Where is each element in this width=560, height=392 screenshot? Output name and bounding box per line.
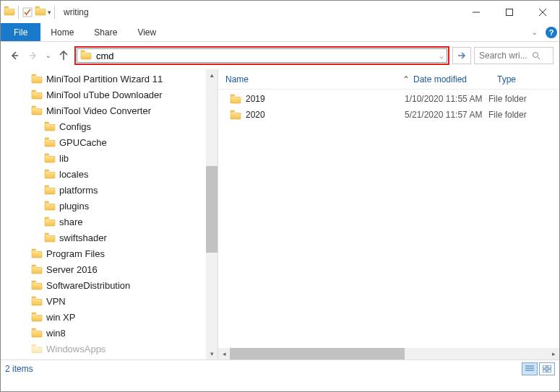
tab-view[interactable]: View <box>127 23 166 41</box>
content-hscrollbar[interactable]: ◂ ▸ <box>218 348 559 360</box>
tree-item[interactable]: Configs <box>8 118 217 134</box>
folder-icon <box>44 232 56 243</box>
tree-item[interactable]: win8 <box>8 325 217 341</box>
tree-item-label: MiniTool Partition Wizard 11 <box>46 74 163 84</box>
folder-icon <box>44 217 56 227</box>
tree-item-label: win XP <box>46 312 75 323</box>
column-date[interactable]: Date modified <box>413 74 497 84</box>
qat-properties-icon[interactable] <box>22 6 33 18</box>
folder-icon <box>230 94 241 104</box>
hscroll-left-icon[interactable]: ◂ <box>218 348 230 360</box>
search-box[interactable]: Search wri... <box>474 47 553 64</box>
tree-item[interactable]: Server 2016 <box>8 261 217 277</box>
column-name[interactable]: Name <box>225 74 399 84</box>
titlebar: ▾ writing <box>1 1 559 23</box>
navbar: ⌄ cmd ⌵ Search wri... <box>1 42 559 69</box>
tree-scroll-down-icon[interactable]: ▾ <box>206 348 217 360</box>
hscroll-right-icon[interactable]: ▸ <box>548 348 559 360</box>
file-name: 2019 <box>246 94 265 104</box>
ribbon: File Home Share View ⌄ ? <box>1 23 559 42</box>
tree-item[interactable]: GPUCache <box>8 134 217 150</box>
address-dropdown-icon[interactable]: ⌵ <box>439 52 444 60</box>
tree-item[interactable]: WindowsApps <box>8 341 217 357</box>
ribbon-expand-icon[interactable]: ⌄ <box>526 23 543 41</box>
minimize-button[interactable] <box>460 1 493 23</box>
tree-item-label: Program Files <box>46 248 105 259</box>
folder-icon <box>31 105 43 116</box>
tree-item[interactable]: locales <box>8 166 217 182</box>
help-button[interactable]: ? <box>543 23 559 41</box>
arrow-right-icon <box>457 51 467 61</box>
file-menu[interactable]: File <box>1 23 40 41</box>
tree-item-label: VPN <box>46 296 66 307</box>
file-name: 2020 <box>246 110 265 120</box>
tree-item-label: share <box>59 217 83 227</box>
sort-indicator-icon: ⌃ <box>399 74 413 84</box>
tree-item[interactable]: MiniTool Partition Wizard 11 <box>8 71 217 87</box>
large-icons-icon <box>543 365 551 373</box>
tree-item[interactable]: MiniTool uTube Downloader <box>8 87 217 103</box>
folder-icon <box>31 296 43 306</box>
tree-item[interactable]: platforms <box>8 182 217 198</box>
content-pane: Name ⌃ Date modified Type 20191/10/2020 … <box>218 69 559 360</box>
tab-home[interactable]: Home <box>40 23 84 41</box>
tree-item[interactable]: win XP <box>8 309 217 325</box>
tree-item-label: WindowsApps <box>46 344 105 354</box>
search-icon <box>532 51 540 60</box>
up-button[interactable] <box>56 48 72 64</box>
hscroll-thumb[interactable] <box>230 348 405 360</box>
folder-icon <box>230 110 241 120</box>
window-title: writing <box>59 7 460 17</box>
tree-item[interactable]: MiniTool Video Converter <box>8 103 217 118</box>
nav-tree[interactable]: MiniTool Partition Wizard 11MiniTool uTu… <box>1 69 217 360</box>
qat-customize-icon[interactable]: ▾ <box>48 9 51 16</box>
tree-item[interactable]: share <box>8 214 217 230</box>
details-view-icon <box>525 365 534 373</box>
file-date: 1/10/2020 11:55 AM <box>405 94 488 104</box>
folder-icon <box>44 153 56 163</box>
address-bar[interactable]: cmd ⌵ <box>77 48 447 63</box>
tree-item[interactable]: swiftshader <box>8 230 217 245</box>
svg-rect-13 <box>543 365 546 368</box>
maximize-button[interactable] <box>493 1 526 23</box>
folder-icon <box>31 248 43 258</box>
file-list[interactable]: 20191/10/2020 11:55 AMFile folder20205/2… <box>218 90 559 348</box>
column-type[interactable]: Type <box>497 74 559 84</box>
close-button[interactable] <box>526 1 559 23</box>
tree-item[interactable]: Program Files <box>8 245 217 261</box>
tree-scroll-up-icon[interactable]: ▴ <box>206 69 217 81</box>
file-type: File folder <box>488 94 559 104</box>
history-dropdown-icon[interactable]: ⌄ <box>44 52 53 59</box>
go-button[interactable] <box>452 47 471 64</box>
file-row[interactable]: 20205/21/2020 11:57 AMFile folder <box>225 107 559 123</box>
tree-item-label: lib <box>59 153 69 164</box>
svg-rect-15 <box>543 370 546 373</box>
addressbar-highlight: cmd ⌵ <box>74 46 449 65</box>
qat-newfolder-icon[interactable] <box>35 6 46 19</box>
forward-button[interactable] <box>25 48 41 64</box>
tree-scrollbar-thumb[interactable] <box>206 166 217 253</box>
folder-icon <box>31 280 43 290</box>
svg-rect-16 <box>548 370 551 373</box>
tree-item-label: swiftshader <box>59 232 107 243</box>
folder-icon <box>44 169 56 179</box>
address-value: cmd <box>96 51 114 61</box>
tree-item[interactable]: SoftwareDistribution <box>8 277 217 293</box>
tree-item[interactable]: plugins <box>8 198 217 214</box>
status-item-count: 2 items <box>5 364 33 374</box>
help-icon: ? <box>546 27 557 38</box>
tree-item-label: win8 <box>46 328 66 339</box>
tree-item-label: locales <box>59 169 88 180</box>
back-button[interactable] <box>7 48 22 64</box>
details-view-button[interactable] <box>522 362 538 375</box>
tab-share[interactable]: Share <box>84 23 127 41</box>
file-row[interactable]: 20191/10/2020 11:55 AMFile folder <box>225 91 559 107</box>
column-headers: Name ⌃ Date modified Type <box>218 69 559 90</box>
tree-item-label: platforms <box>59 185 98 196</box>
tree-item[interactable]: VPN <box>8 293 217 309</box>
tree-item-label: Configs <box>59 121 91 132</box>
tree-item[interactable]: lib <box>8 150 217 166</box>
file-date: 5/21/2020 11:57 AM <box>405 110 488 120</box>
folder-icon <box>44 121 56 131</box>
large-icons-view-button[interactable] <box>539 362 555 375</box>
